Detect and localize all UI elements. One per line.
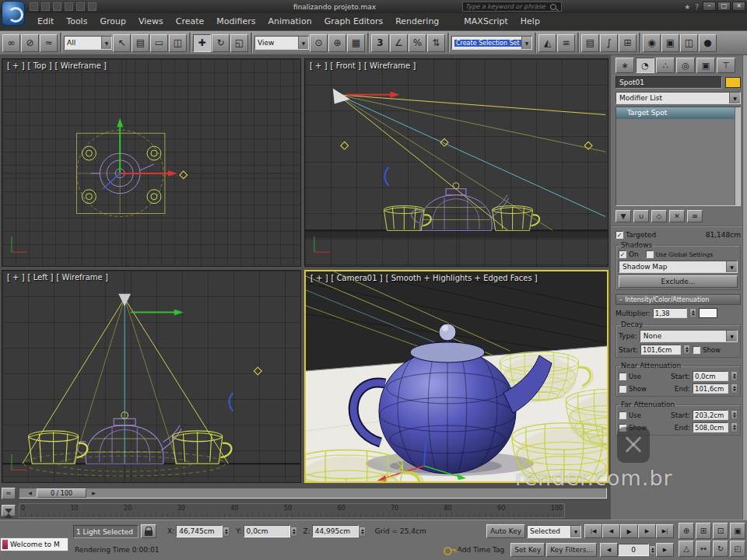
snap-toggle-3d-button[interactable]: 3 — [371, 34, 389, 52]
tab-hierarchy-icon[interactable]: ∴ — [656, 58, 675, 73]
quick-render-button[interactable]: ● — [699, 34, 717, 52]
viewport-menu-plus[interactable]: [ + ] — [310, 274, 328, 282]
viewport-top[interactable]: [ + ] [ Top ] [ Wireframe ] — [2, 58, 301, 267]
stack-scrollbar[interactable] — [735, 107, 740, 205]
object-name-field[interactable]: Spot01 — [615, 76, 722, 89]
menu-help[interactable]: Help — [514, 13, 546, 30]
modifier-list-select[interactable]: Modifier List ▼ — [615, 92, 741, 104]
play-button[interactable]: ▶ — [620, 524, 638, 538]
next-frame-button[interactable]: ▶ — [638, 524, 656, 538]
select-and-link-button[interactable]: ∞ — [2, 34, 20, 52]
chevron-down-icon[interactable]: ▼ — [298, 37, 308, 49]
viewport-menu-shading[interactable]: [ Smooth + Highlights + Edged Faces ] — [386, 274, 538, 282]
curve-editor-button[interactable]: ∫ — [600, 34, 618, 52]
exclude-button[interactable]: Exclude... — [619, 275, 738, 288]
menu-animation[interactable]: Animation — [262, 13, 318, 30]
titlebar-tool-icon[interactable] — [88, 2, 96, 11]
window-crossing-button[interactable]: ◫ — [169, 34, 187, 52]
zoom-extents-button[interactable]: ⊡ — [713, 523, 728, 539]
rollout-collapse-icon[interactable]: - — [619, 295, 622, 304]
menu-edit[interactable]: Edit — [31, 13, 60, 30]
minimize-button[interactable]: – — [703, 2, 716, 11]
make-unique-button[interactable]: ◇ — [651, 210, 667, 222]
far-end-spinner[interactable] — [731, 422, 738, 432]
angle-snap-button[interactable]: ∠ — [390, 34, 408, 52]
chevron-down-icon[interactable]: ▼ — [521, 37, 531, 49]
time-slider-next-icon[interactable]: ▶ — [89, 489, 98, 497]
close-button[interactable]: ✕ — [732, 2, 745, 11]
decay-type-select[interactable]: None ▼ — [640, 330, 738, 342]
zoom-all-button[interactable]: ⊞ — [696, 523, 711, 539]
rollout-intensity-color-attenuation[interactable]: - Intensity/Color/Attenuation — [615, 294, 741, 305]
far-end-field[interactable]: 508,0cm — [693, 422, 728, 432]
far-use-checkbox[interactable] — [619, 411, 626, 419]
unlink-selection-button[interactable]: ⊘ — [21, 34, 39, 52]
decay-show-checkbox[interactable] — [693, 346, 700, 354]
near-end-spinner[interactable] — [731, 383, 738, 394]
viewport-menu-plus[interactable]: [ + ] — [7, 61, 25, 70]
tab-modify-icon[interactable]: ◔ — [636, 58, 654, 73]
decay-start-field[interactable]: 101,6cm — [640, 345, 681, 355]
select-and-manipulate-button[interactable]: ⊕ — [328, 34, 346, 52]
stack-item-target-spot[interactable]: Target Spot — [616, 107, 740, 119]
tab-motion-icon[interactable]: ◎ — [676, 58, 695, 73]
menu-graph-editors[interactable]: Graph Editors — [318, 13, 390, 30]
mirror-button[interactable]: ◭ — [538, 34, 556, 52]
viewport-camera[interactable]: [ + ] [ Camera01 ] [ Smooth + Highlights… — [304, 270, 608, 483]
menu-modifiers[interactable]: Modifiers — [210, 13, 261, 30]
light-intensity-color-swatch[interactable] — [699, 308, 717, 318]
search-input[interactable] — [463, 3, 550, 10]
viewport-left[interactable]: [ + ] [ Left ] [ Wireframe ] — [2, 270, 301, 483]
schematic-view-button[interactable]: ⊞ — [619, 34, 637, 52]
selection-lock-button[interactable] — [141, 524, 156, 538]
key-filters-button[interactable]: Key Filters... — [546, 543, 597, 557]
time-slider-handle[interactable]: 0 / 100 — [37, 488, 86, 498]
menu-maxscript[interactable]: MAXScript — [458, 13, 514, 30]
favorites-star-icon[interactable]: ★ — [684, 3, 690, 11]
chevron-down-icon[interactable]: ▼ — [726, 331, 737, 341]
remove-modifier-button[interactable]: ✕ — [669, 210, 685, 222]
maximize-viewport-button[interactable]: ◰ — [730, 541, 745, 557]
menu-views[interactable]: Views — [132, 13, 170, 30]
select-object-button[interactable]: ↖ — [113, 34, 131, 52]
use-global-settings-checkbox[interactable] — [646, 250, 654, 258]
key-step-forward-button[interactable]: ▶ — [656, 543, 674, 557]
y-spinner[interactable] — [290, 527, 297, 537]
mini-curve-editor-button[interactable]: ≈ — [2, 488, 16, 499]
far-start-spinner[interactable] — [731, 410, 738, 420]
near-use-checkbox[interactable] — [619, 373, 626, 380]
viewport-menu-name[interactable]: [ Top ] — [28, 61, 52, 70]
bind-to-spacewarp-button[interactable]: ≈ — [40, 34, 58, 52]
multiplier-field[interactable]: 1,38 — [653, 308, 687, 318]
percent-snap-button[interactable]: % — [409, 34, 426, 52]
key-selection-select[interactable]: Selected ▼ — [527, 525, 581, 538]
add-time-tag[interactable]: Add Time Tag — [458, 546, 504, 554]
pin-stack-button[interactable]: ▼ — [615, 210, 631, 222]
light-color-swatch[interactable] — [725, 77, 741, 88]
chevron-down-icon[interactable]: ▼ — [101, 37, 111, 49]
menu-rendering[interactable]: Rendering — [389, 13, 445, 30]
configure-modifier-sets-button[interactable]: ≡ — [687, 210, 703, 222]
time-tag-hourglass-icon[interactable] — [2, 505, 16, 516]
show-end-result-button[interactable]: ∪ — [633, 210, 649, 222]
modifier-stack[interactable]: Target Spot — [615, 107, 741, 206]
help-icon[interactable]: ? — [695, 3, 699, 11]
rendered-frame-button[interactable]: ◫ — [680, 34, 698, 52]
viewport-front[interactable]: [ + ] [ Front ] [ Wireframe ] — [304, 58, 608, 267]
viewport-menu-plus[interactable]: [ + ] — [7, 273, 25, 282]
keyboard-override-button[interactable]: ▦ — [347, 34, 365, 52]
viewport-menu-plus[interactable]: [ + ] — [310, 61, 328, 70]
go-to-end-button[interactable]: ▶| — [656, 524, 674, 538]
viewport-menu-shading[interactable]: [ Wireframe ] — [55, 61, 107, 70]
titlebar-tool-icon[interactable] — [65, 2, 73, 11]
targeted-checkbox[interactable]: ✓ — [615, 231, 623, 239]
titlebar-tool-icon[interactable] — [53, 2, 61, 11]
viewport-menu-name[interactable]: [ Left ] — [28, 273, 54, 282]
frame-spinner[interactable] — [649, 545, 656, 555]
field-of-view-button[interactable]: △ — [679, 541, 694, 557]
titlebar-tool-icon[interactable] — [30, 2, 38, 11]
welcome-window-titlebar[interactable]: Welcome to M — [0, 537, 68, 551]
maximize-button[interactable]: □ — [717, 2, 731, 11]
select-and-move-button[interactable]: ✚ — [193, 34, 211, 52]
coordinate-system-select[interactable]: View ▼ — [254, 36, 309, 50]
